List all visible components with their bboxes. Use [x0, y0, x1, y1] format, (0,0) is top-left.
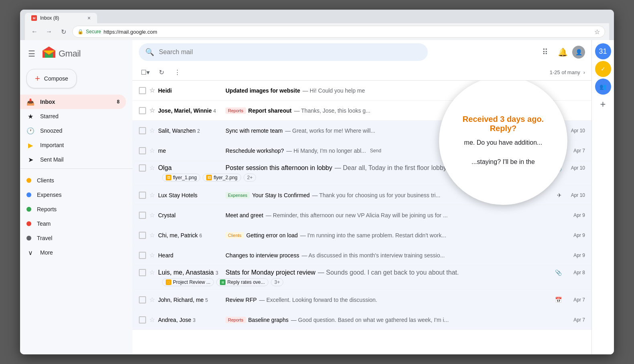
email-sender: Chi, me, Patrick 6	[158, 232, 222, 239]
back-button[interactable]: ←	[29, 26, 40, 37]
image-icon: 🖼	[166, 175, 171, 180]
email-sender: Olga	[158, 164, 222, 172]
email-checkbox[interactable]	[139, 212, 146, 219]
select-all-button[interactable]: ☐▾	[139, 66, 152, 79]
star-icon[interactable]: ☆	[149, 164, 155, 172]
search-input[interactable]	[159, 49, 421, 56]
email-checkbox[interactable]	[139, 147, 146, 154]
email-checkbox[interactable]	[139, 164, 146, 172]
search-bar-container: 🔍 ⠿ 🔔 👤	[132, 40, 591, 64]
email-checkbox[interactable]	[139, 87, 146, 94]
more-options-button[interactable]: ⋮	[171, 66, 184, 79]
email-row[interactable]: ☆ Heard Changes to interview process — A…	[132, 245, 591, 265]
sidebar-item-inbox[interactable]: 📥 Inbox 8	[20, 95, 126, 109]
star-icon[interactable]: ☆	[149, 147, 155, 154]
more-chevron-icon: ∨	[26, 249, 35, 257]
browser-chrome: M Inbox (8) × ← → ↻ 🔒 Secure https://mai…	[20, 10, 614, 40]
refresh-button[interactable]: ↻	[155, 66, 168, 79]
star-icon[interactable]: ☆	[149, 269, 155, 276]
sidebar: ☰ Gmail + Compose	[20, 40, 132, 354]
important-icon: ▶	[26, 142, 35, 149]
email-date: Apr 10	[565, 165, 585, 171]
contacts-button[interactable]: 👥	[595, 79, 611, 95]
forward-button[interactable]: →	[43, 26, 55, 37]
active-tab[interactable]: M Inbox (8) ×	[25, 13, 97, 23]
starred-label: Starred	[40, 113, 59, 119]
sidebar-item-travel[interactable]: Travel	[20, 231, 126, 245]
email-checkbox[interactable]	[139, 316, 146, 324]
sidebar-item-clients[interactable]: Clients	[20, 173, 126, 188]
star-icon[interactable]: ☆	[149, 296, 155, 303]
pagination-next[interactable]: ›	[583, 69, 585, 75]
email-row[interactable]: ☆ Crystal Meet and greet — Reminder, thi…	[132, 205, 591, 225]
sidebar-item-team[interactable]: Team	[20, 216, 126, 231]
sidebar-item-expenses[interactable]: Expenses	[20, 188, 126, 202]
email-snippet: — Good question. Based on what we gather…	[291, 317, 449, 323]
email-subject: Poster session this afternoon in lobby	[226, 164, 332, 172]
email-date: Apr 8	[565, 270, 585, 275]
inbox-icon: 📥	[26, 98, 35, 106]
email-snippet: — Reminder, this afternoon our new VP Al…	[266, 212, 447, 218]
travel-label: Travel	[37, 235, 52, 241]
gmail-text: Gmail	[59, 49, 81, 59]
email-content: Changes to interview process — As discus…	[226, 252, 562, 259]
notifications-button[interactable]: 🔔	[555, 44, 571, 60]
attachment-chip: 🖼 flyer_1.png	[162, 174, 200, 182]
email-row[interactable]: ☆ John, Richard, me 5 Review RFP — Excel…	[132, 290, 591, 310]
right-sidebar: 31 ✓ 👥 +	[591, 40, 614, 354]
chip-label: flyer_2.png	[213, 175, 237, 180]
tab-close-button[interactable]: ×	[87, 15, 91, 21]
email-checkbox[interactable]	[139, 127, 146, 134]
sidebar-item-reports[interactable]: Reports	[20, 202, 126, 216]
star-icon[interactable]: ☆	[149, 87, 155, 94]
sidebar-item-sent[interactable]: ➤ Sent Mail	[20, 152, 126, 167]
bookmark-icon[interactable]: ☆	[594, 28, 600, 36]
email-checkbox[interactable]	[139, 232, 146, 239]
browser-toolbar: ← → ↻ 🔒 Secure https://mail.google.com ☆	[25, 23, 609, 40]
main-content: 🔍 ⠿ 🔔 👤 ☐▾ ↻ ⋮ 1-25 of many ›	[132, 40, 591, 354]
email-row[interactable]: ☆ Andrea, Jose 3 Reports Baseline graphs…	[132, 310, 591, 330]
compose-button[interactable]: + Compose	[26, 69, 77, 88]
add-apps-button[interactable]: +	[595, 96, 611, 112]
star-icon[interactable]: ☆	[149, 127, 155, 134]
sidebar-item-snoozed[interactable]: 🕐 Snoozed	[20, 123, 126, 138]
doc-chip: □ Project Review ...	[162, 278, 214, 286]
email-sender: me	[158, 148, 222, 154]
email-content: Reports Baseline graphs — Good question.…	[226, 317, 562, 323]
email-checkbox[interactable]	[139, 192, 146, 199]
sidebar-item-important[interactable]: ▶ Important	[20, 138, 126, 152]
sidebar-item-starred[interactable]: ★ Starred	[20, 109, 126, 123]
star-icon[interactable]: ☆	[149, 251, 155, 259]
starred-icon: ★	[26, 113, 35, 120]
avatar[interactable]: 👤	[572, 46, 585, 59]
email-row[interactable]: ☆ Luis, me, Anastasia 3 Stats for Monday…	[132, 265, 591, 290]
compose-label: Compose	[44, 75, 68, 82]
email-checkbox[interactable]	[139, 296, 146, 303]
star-icon[interactable]: ☆	[149, 231, 155, 239]
tab-favicon: M	[31, 15, 37, 21]
apps-button[interactable]: ⠿	[537, 44, 553, 60]
calendar-button[interactable]: 31	[595, 43, 611, 59]
sidebar-item-more[interactable]: ∨ More	[20, 245, 126, 260]
email-subject: Sync with remote team	[226, 127, 282, 134]
email-checkbox[interactable]	[139, 252, 146, 259]
star-icon[interactable]: ☆	[149, 316, 155, 324]
search-bar[interactable]: 🔍	[139, 43, 428, 61]
email-subject: Review RFP	[226, 297, 257, 303]
menu-button[interactable]: ☰	[26, 47, 37, 60]
email-date: Apr 10	[565, 192, 585, 198]
address-bar[interactable]: 🔒 Secure https://mail.google.com ☆	[72, 26, 605, 38]
secure-label: Secure	[86, 29, 101, 34]
header-icons: ⠿ 🔔 👤	[537, 44, 585, 60]
star-icon[interactable]: ☆	[149, 211, 155, 219]
email-checkbox[interactable]	[139, 269, 146, 276]
reload-button[interactable]: ↻	[58, 26, 69, 37]
doc-icon: □	[166, 279, 171, 285]
star-icon[interactable]: ☆	[149, 191, 155, 199]
email-row[interactable]: ☆ Chi, me, Patrick 6 Clients Getting err…	[132, 225, 591, 245]
email-tag: Clients	[226, 232, 244, 239]
chip-label: Reply rates ove...	[227, 279, 264, 285]
tasks-button[interactable]: ✓	[595, 61, 611, 77]
email-checkbox[interactable]	[139, 107, 146, 114]
star-icon[interactable]: ☆	[149, 107, 155, 114]
